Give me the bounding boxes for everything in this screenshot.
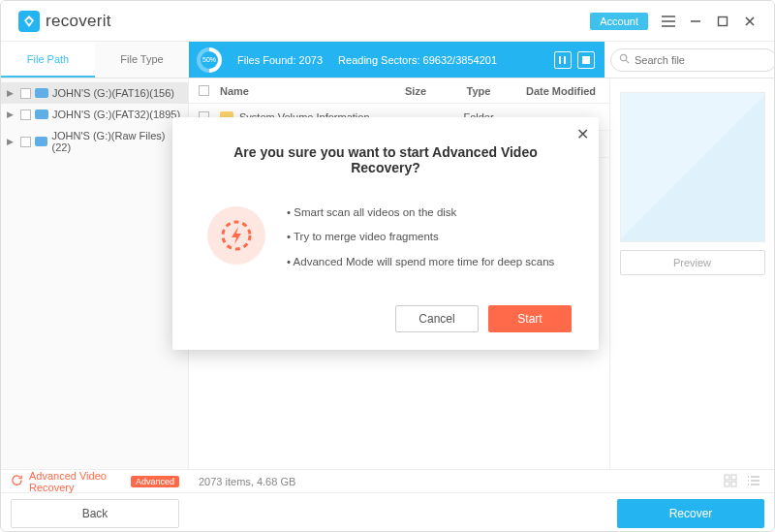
dialog-bullet: • Advanced Mode will spend more time for… — [287, 250, 554, 274]
dialog-close-button[interactable]: ✕ — [576, 125, 589, 143]
advanced-recovery-dialog: ✕ Are you sure you want to start Advance… — [172, 117, 599, 350]
dialog-bullet: • Smart scan all videos on the disk — [287, 201, 554, 225]
dialog-bullet: • Try to merge video fragments — [287, 225, 554, 249]
dialog-start-button[interactable]: Start — [488, 305, 572, 332]
dialog-title: Are you sure you want to start Advanced … — [200, 144, 572, 175]
dialog-cancel-button[interactable]: Cancel — [395, 305, 479, 332]
lightning-refresh-icon — [207, 206, 265, 265]
